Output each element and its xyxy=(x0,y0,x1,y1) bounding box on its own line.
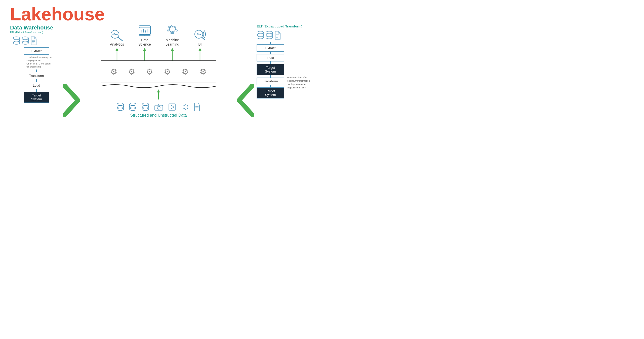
elt-note-container: Transform data after loading, transforma… xyxy=(287,76,312,90)
svg-point-68 xyxy=(142,106,149,108)
gear-3: ⚙ xyxy=(146,67,153,77)
svg-point-79 xyxy=(257,36,264,39)
svg-point-80 xyxy=(257,34,264,36)
elt-conn-2 xyxy=(270,61,271,64)
svg-point-8 xyxy=(22,42,28,44)
source-db-1 xyxy=(116,103,124,112)
analytics-label: Analytics xyxy=(110,42,124,47)
svg-point-67 xyxy=(142,108,149,111)
lakehouse-box: ⚙ ⚙ ⚙ ⚙ ⚙ ⚙ xyxy=(101,60,216,83)
center-inner: Analytics xyxy=(80,24,236,118)
data-icons-row xyxy=(116,103,200,112)
elt-section: ELT (Extract Load Transform) xyxy=(257,24,312,98)
elt-conn-4 xyxy=(270,85,271,87)
svg-marker-53 xyxy=(157,89,160,92)
svg-point-81 xyxy=(266,31,272,34)
analytics-row: Analytics xyxy=(106,24,211,47)
source-db-2 xyxy=(129,103,137,112)
datascience-icon xyxy=(138,24,152,37)
svg-marker-45 xyxy=(115,48,118,51)
svg-point-85 xyxy=(266,34,272,36)
page-title: Lakehouse xyxy=(10,5,312,23)
data-sources-label: Structured and Unstructed Data xyxy=(130,113,187,118)
svg-point-58 xyxy=(117,106,124,108)
elt-conn-1 xyxy=(270,52,271,54)
bi-label: BI xyxy=(198,42,202,47)
svg-marker-49 xyxy=(171,48,174,51)
elt-db-1 xyxy=(257,31,264,40)
elt-flow-column: Extract Load TargetSystem Transform Targ… xyxy=(257,42,284,98)
dw-transform-box: Transform xyxy=(24,72,49,79)
gear-1: ⚙ xyxy=(110,67,117,77)
speaker-icon xyxy=(181,103,188,111)
dw-subtitle: ETL (Extract Transform Load) xyxy=(10,31,60,34)
main-content: Data Warehouse ETL (Extract Transform Lo… xyxy=(10,24,312,118)
svg-point-54 xyxy=(117,103,124,106)
ml-icon xyxy=(166,24,179,37)
gear-5: ⚙ xyxy=(182,67,189,77)
wave-svg xyxy=(101,83,216,89)
svg-point-70 xyxy=(157,106,160,109)
gear-4: ⚙ xyxy=(164,67,171,77)
gear-6: ⚙ xyxy=(199,67,207,77)
connector-1 xyxy=(36,70,37,72)
center-section: Analytics xyxy=(63,24,254,118)
db-icon-1 xyxy=(13,36,20,45)
svg-point-64 xyxy=(142,103,149,106)
dw-note: Load data temporarily onstaging serverOr… xyxy=(26,56,52,68)
analytics-icon xyxy=(109,29,125,41)
elt-conn-0 xyxy=(270,42,271,44)
dw-extract-box: Extract xyxy=(24,47,49,55)
svg-point-3 xyxy=(13,42,20,44)
analytics-item-datascience: DataScience xyxy=(133,24,156,47)
elt-load-box: Load xyxy=(257,54,284,61)
page: Lakehouse Data Warehouse ETL (Extract Tr… xyxy=(0,0,322,170)
camera-icon xyxy=(154,103,163,111)
chevron-left-arrow xyxy=(236,84,254,118)
svg-point-63 xyxy=(130,106,136,108)
chevron-left-svg xyxy=(236,84,254,117)
elt-title: ELT (Extract Load Transform) xyxy=(257,24,312,28)
dw-title: Data Warehouse xyxy=(10,24,60,31)
source-db-3 xyxy=(142,103,149,112)
datascience-label: DataScience xyxy=(138,38,151,47)
elt-extract-box: Extract xyxy=(257,44,284,52)
elt-note: Transform data after loading, transforma… xyxy=(287,76,312,90)
bi-icon xyxy=(193,29,207,41)
arrow-datascience xyxy=(133,48,156,60)
svg-point-62 xyxy=(130,108,136,111)
source-doc-icon xyxy=(193,103,200,112)
play-icon xyxy=(168,103,176,111)
svg-marker-72 xyxy=(171,105,174,109)
svg-point-59 xyxy=(130,103,136,106)
svg-point-57 xyxy=(117,108,124,111)
connector-3 xyxy=(36,89,37,92)
dw-target-box: TargetSystem xyxy=(24,92,49,103)
svg-point-84 xyxy=(266,36,272,39)
analytics-item-bi: BI xyxy=(189,29,211,47)
connector-2 xyxy=(36,79,37,82)
svg-rect-21 xyxy=(139,26,150,28)
arrow-ml xyxy=(161,48,184,60)
svg-point-76 xyxy=(257,31,264,34)
elt-doc xyxy=(274,31,281,40)
green-arrows xyxy=(106,48,211,60)
center-top: Analytics xyxy=(63,24,254,118)
svg-point-9 xyxy=(22,39,28,42)
doc-icon xyxy=(30,36,37,45)
gear-2: ⚙ xyxy=(128,67,135,77)
elt-db-2 xyxy=(265,31,273,40)
chevron-right-svg xyxy=(63,84,80,117)
arrow-analytics xyxy=(106,48,128,60)
svg-point-0 xyxy=(13,37,20,39)
svg-rect-69 xyxy=(155,105,163,110)
elt-conn-3 xyxy=(270,75,271,78)
chevron-right-arrow xyxy=(63,84,80,118)
dw-flow: Extract Load data temporarily onstaging … xyxy=(13,47,60,103)
analytics-item-ml: Machine Learning xyxy=(161,24,184,47)
elt-db-icons xyxy=(257,31,312,40)
elt-target-2-box: TargetSystem xyxy=(257,87,284,98)
dw-db-icons xyxy=(13,36,60,45)
elt-flow: Extract Load TargetSystem Transform Targ… xyxy=(257,42,312,98)
svg-marker-51 xyxy=(198,48,202,51)
